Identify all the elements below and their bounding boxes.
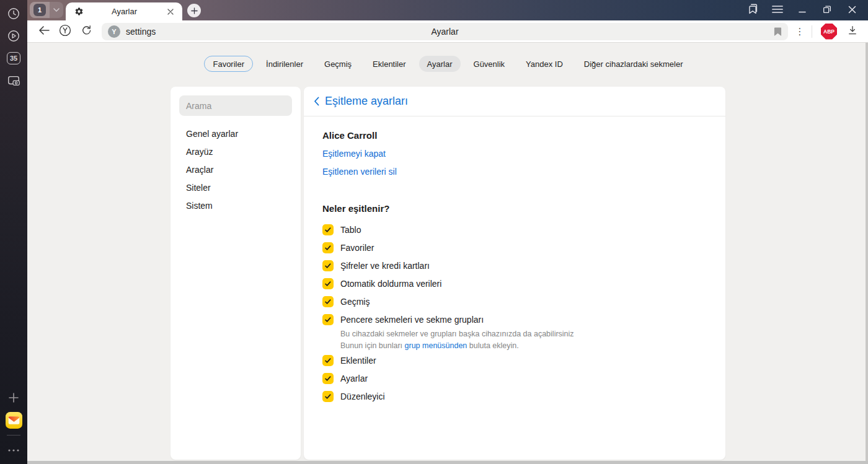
checkbox-checked-icon[interactable]: [322, 373, 334, 384]
checkbox-checked-icon[interactable]: [322, 242, 334, 253]
active-tab[interactable]: Ayarlar: [66, 2, 182, 20]
sync-item-otomatik-doldurma[interactable]: Otomatik doldurma verileri: [322, 274, 707, 292]
address-bar[interactable]: Y settings Ayarlar: [102, 23, 788, 40]
add-panel-button[interactable]: [0, 387, 27, 409]
vertical-scrollbar[interactable]: [866, 43, 868, 461]
sync-item-note: Bu cihazdaki sekmeler ve grupları başka …: [340, 328, 707, 351]
horizontal-scrollbar[interactable]: [27, 461, 868, 464]
checkbox-checked-icon[interactable]: [322, 314, 334, 325]
chevron-left-icon: [314, 97, 319, 106]
browser-window: 35: [0, 0, 868, 464]
collections-icon: [746, 2, 760, 19]
menu-item-arayuz[interactable]: Arayüz: [179, 142, 292, 160]
sync-items-list: Tablo Favoriler Şifreler ve kredi kartla…: [322, 221, 707, 405]
restore-button[interactable]: [817, 2, 837, 19]
back-arrow-icon: [38, 26, 50, 37]
settings-menu: Genel ayarlar Arayüz Araçlar Siteler Sis…: [179, 125, 292, 214]
sync-item-duzenleyici[interactable]: Düzenleyici: [322, 387, 707, 405]
back-button[interactable]: [33, 23, 55, 40]
sync-item-favoriler[interactable]: Favoriler: [322, 239, 707, 256]
chevron-down-icon[interactable]: [50, 2, 63, 18]
side-rail: 35: [0, 0, 27, 464]
history-button[interactable]: [0, 2, 27, 25]
sync-item-sifreler[interactable]: Şifreler ve kredi kartları: [322, 256, 707, 274]
url-text[interactable]: settings: [126, 27, 156, 37]
bookmark-icon[interactable]: [774, 27, 782, 37]
tab-close-icon[interactable]: [165, 6, 176, 17]
disable-sync-link[interactable]: Eşitlemeyi kapat: [322, 148, 386, 159]
checkbox-checked-icon[interactable]: [322, 296, 334, 307]
toolbar-separator: [812, 25, 812, 38]
menu-item-genel-ayarlar[interactable]: Genel ayarlar: [179, 125, 292, 142]
sync-section-title: Neler eşitlenir?: [322, 203, 707, 215]
rail-more-button[interactable]: [0, 439, 27, 462]
clock-icon: [7, 7, 20, 20]
gear-icon: [74, 7, 84, 16]
nav-tab-ayarlar[interactable]: Ayarlar: [419, 56, 461, 72]
toolbar: Y settings Ayarlar ⋮ ABP: [27, 20, 868, 43]
bookmarks-panel-button[interactable]: [743, 2, 763, 19]
page-favicon: Y: [108, 25, 120, 38]
omnibox-more-button[interactable]: ⋮: [792, 26, 808, 37]
play-icon: [7, 29, 20, 43]
yandex-home-button[interactable]: [55, 23, 76, 40]
rail-divider: [7, 435, 20, 436]
close-icon: [848, 5, 856, 16]
yandex-mail-button[interactable]: [0, 409, 27, 431]
note-line2-before: Bunun için bunları: [340, 341, 405, 350]
menu-item-araclar[interactable]: Araçlar: [179, 160, 292, 178]
sync-item-gecmis[interactable]: Geçmiş: [322, 292, 707, 310]
note-line2-after: buluta ekleyin.: [467, 341, 518, 350]
settings-page: Favoriler İndirilenler Geçmiş Eklentiler…: [27, 43, 868, 464]
sync-item-tablo[interactable]: Tablo: [322, 221, 707, 239]
note-line1: Bu cihazdaki sekmeler ve grupları başka …: [340, 330, 574, 338]
tab-bar: 1 Ayarlar: [27, 0, 868, 20]
download-icon: [847, 25, 858, 38]
refresh-icon: [81, 24, 92, 38]
checkbox-checked-icon[interactable]: [322, 391, 334, 402]
restore-icon: [822, 4, 832, 17]
screen-capture-button[interactable]: [0, 69, 27, 92]
screen-capture-icon: [6, 74, 21, 87]
menu-item-sistem[interactable]: Sistem: [179, 196, 292, 214]
nav-tab-diger-cihazlar[interactable]: Diğer cihazlardaki sekmeler: [576, 56, 691, 72]
menu-button[interactable]: [768, 2, 787, 19]
plus-icon: [7, 392, 20, 404]
checkbox-checked-icon[interactable]: [322, 278, 334, 289]
adblock-plus-badge[interactable]: ABP: [821, 24, 837, 40]
new-tab-button[interactable]: [187, 4, 201, 17]
nav-tab-gecmis[interactable]: Geçmiş: [316, 56, 360, 72]
settings-search-input[interactable]: [179, 95, 292, 116]
nav-tab-yandex-id[interactable]: Yandex ID: [518, 56, 571, 72]
sync-item-pencere-sekmeleri[interactable]: Pencere sekmeleri ve sekme grupları: [322, 310, 707, 328]
sync-body: Alice Carroll Eşitlemeyi kapat Eşitlenen…: [304, 116, 725, 405]
tab-group-button[interactable]: 1: [30, 2, 63, 18]
menu-item-siteler[interactable]: Siteler: [179, 178, 292, 196]
sync-page-title: Eşitleme ayarları: [325, 95, 408, 108]
sync-item-eklentiler[interactable]: Eklentiler: [322, 351, 707, 369]
nav-tab-indirilenler[interactable]: İndirilenler: [258, 56, 311, 72]
sync-header-back[interactable]: Eşitleme ayarları: [304, 87, 725, 116]
sync-item-ayarlar[interactable]: Ayarlar: [322, 369, 707, 387]
close-window-button[interactable]: [842, 2, 862, 19]
group-menu-link[interactable]: grup menüsünden: [405, 341, 467, 350]
yandex-mail-icon: [6, 412, 22, 429]
settings-sidebar-panel: Genel ayarlar Arayüz Araçlar Siteler Sis…: [170, 87, 301, 460]
settings-nav: Favoriler İndirilenler Geçmiş Eklentiler…: [27, 56, 868, 72]
downloads-button[interactable]: [842, 23, 863, 40]
sync-settings-panel: Eşitleme ayarları Alice Carroll Eşitleme…: [304, 87, 725, 460]
checkbox-checked-icon[interactable]: [322, 260, 334, 271]
main-column: 1 Ayarlar: [27, 0, 868, 464]
media-player-button[interactable]: [0, 25, 27, 47]
nav-tab-favoriler[interactable]: Favoriler: [204, 56, 253, 72]
nav-tab-guvenlik[interactable]: Güvenlik: [466, 56, 513, 72]
tab-panel-button[interactable]: 35: [0, 47, 27, 69]
tab-count-badge: 35: [7, 52, 20, 64]
refresh-button[interactable]: [76, 23, 97, 40]
minimize-button[interactable]: [792, 2, 812, 19]
nav-tab-eklentiler[interactable]: Eklentiler: [365, 56, 414, 72]
account-name: Alice Carroll: [322, 130, 707, 141]
checkbox-checked-icon[interactable]: [322, 355, 334, 366]
delete-synced-data-link[interactable]: Eşitlenen verileri sil: [322, 166, 397, 177]
checkbox-checked-icon[interactable]: [322, 224, 334, 235]
